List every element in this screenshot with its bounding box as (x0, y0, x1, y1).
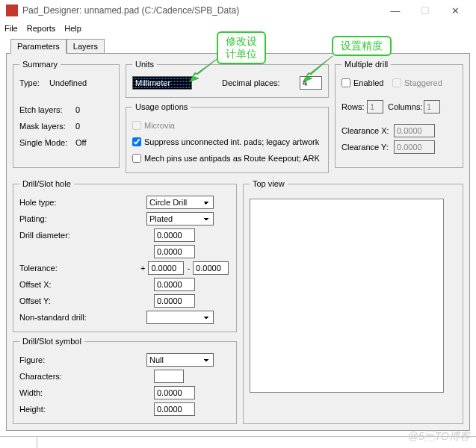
tol-plus: + (140, 264, 145, 273)
units-legend: Units (132, 60, 157, 69)
holetype-label: Hole type: (19, 198, 94, 207)
etch-label: Etch layers: (19, 105, 75, 114)
suppress-label: Suppress unconnected int. pads; legacy a… (144, 137, 219, 146)
rows-input (367, 100, 383, 113)
mech-checkbox[interactable] (132, 154, 141, 163)
cols-label: Columns: (388, 102, 424, 111)
height-input[interactable] (154, 402, 195, 416)
width-label: Width: (19, 388, 94, 397)
offx-label: Offset X: (19, 280, 94, 289)
rows-label: Rows: (341, 102, 367, 111)
offy-label: Offset Y: (19, 296, 94, 305)
title-bar: Pad_Designer: unnamed.pad (C:/Cadence/SP… (0, 0, 476, 21)
mask-value: 0 (75, 122, 90, 131)
maximize-button[interactable]: ☐ (410, 0, 440, 21)
diam-input[interactable] (154, 228, 195, 242)
menu-reports[interactable]: Reports (27, 24, 56, 33)
microvia-checkbox (132, 121, 141, 130)
units-select[interactable]: Millimeter (132, 76, 192, 90)
cleary-label: Clearance Y: (341, 143, 394, 152)
mask-label: Mask layers: (19, 122, 75, 131)
staggered-checkbox (392, 78, 401, 87)
drillsym-legend: Drill/Slot symbol (19, 337, 84, 346)
mech-label: Mech pins use antipads as Route Keepout;… (144, 154, 219, 163)
watermark: @5TO博客 (408, 430, 470, 444)
tab-parameters[interactable]: Parameters (10, 39, 67, 54)
summary-group: Summary Type: Undefined Etch layers:0 Ma… (13, 60, 120, 168)
drillhole-legend: Drill/Slot hole (19, 179, 74, 188)
single-mode-label: Single Mode: (19, 138, 75, 147)
width-input[interactable] (154, 386, 195, 399)
tol-minus: - (187, 264, 190, 273)
suppress-checkbox[interactable] (132, 137, 141, 146)
type-label: Type: (19, 78, 49, 87)
cols-input (424, 100, 440, 113)
drill-hole-group: Drill/Slot hole Hole type:Circle Drill P… (13, 179, 237, 332)
diam-label: Drill diameter: (19, 231, 94, 240)
enabled-label: Enabled (353, 78, 392, 87)
diam2-input[interactable] (154, 245, 195, 258)
close-button[interactable]: ✕ (440, 0, 470, 21)
holetype-select[interactable]: Circle Drill (146, 196, 214, 209)
plating-select[interactable]: Plated (146, 212, 214, 225)
multiple-drill-group: Multiple drill Enabled Staggered Rows: C… (335, 60, 463, 168)
etch-value: 0 (75, 105, 90, 114)
svg-marker-1 (303, 56, 333, 82)
staggered-label: Staggered (404, 78, 457, 87)
tol2-input[interactable] (193, 261, 229, 275)
single-mode-value: Off (75, 138, 90, 147)
window-title: Pad_Designer: unnamed.pad (C:/Cadence/SP… (22, 5, 380, 16)
nonstd-select[interactable] (146, 311, 214, 324)
menu-help[interactable]: Help (64, 24, 81, 33)
menu-file[interactable]: File (4, 24, 18, 33)
svg-marker-0 (189, 57, 219, 82)
microvia-label: Microvia (144, 121, 219, 130)
chars-label: Characters: (19, 372, 94, 381)
type-value: Undefined (49, 78, 87, 87)
status-bar (0, 436, 476, 448)
tab-layers[interactable]: Layers (67, 39, 105, 53)
usage-options-group: Usage options Microvia Suppress unconnec… (126, 102, 329, 173)
offx-input[interactable] (154, 278, 195, 291)
decimal-label: Decimal places: (222, 78, 297, 87)
tab-panel-parameters: Summary Type: Undefined Etch layers:0 Ma… (6, 53, 470, 431)
height-label: Height: (19, 405, 94, 414)
mdrill-legend: Multiple drill (341, 60, 391, 69)
annotation-units: 修改设 计单位 (217, 31, 266, 64)
top-view-group: Top view (243, 179, 463, 424)
summary-legend: Summary (19, 60, 61, 69)
annotation-precision: 设置精度 (332, 36, 392, 56)
chars-input[interactable] (154, 370, 184, 383)
topview-legend: Top view (250, 179, 288, 188)
clearx-label: Clearance X: (341, 126, 394, 135)
offy-input[interactable] (154, 294, 195, 308)
nonstd-label: Non-standard drill: (19, 313, 94, 322)
top-view-canvas (250, 199, 444, 393)
plating-label: Plating: (19, 214, 94, 223)
usage-legend: Usage options (132, 102, 191, 111)
tol-label: Tolerance: (19, 264, 94, 273)
cleary-input (394, 140, 435, 154)
tol1-input[interactable] (148, 261, 184, 275)
minimize-button[interactable]: — (380, 0, 410, 21)
arrow-icon (299, 52, 336, 84)
figure-label: Figure: (19, 355, 94, 364)
app-icon (6, 4, 18, 16)
figure-select[interactable]: Null (146, 353, 214, 367)
enabled-checkbox[interactable] (341, 78, 350, 87)
drill-symbol-group: Drill/Slot symbol Figure:Null Characters… (13, 337, 237, 424)
clearx-input (394, 124, 435, 137)
